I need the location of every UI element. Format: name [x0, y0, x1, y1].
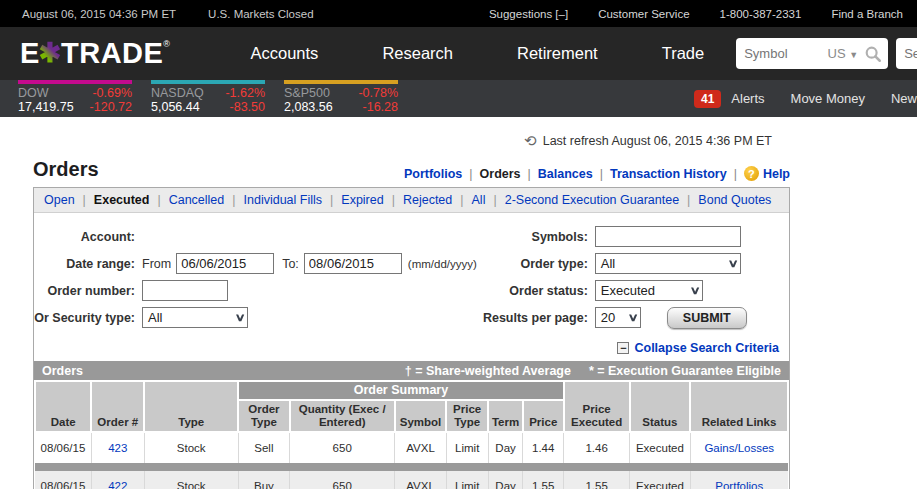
- index-pct: -1.62%: [225, 86, 265, 100]
- tab-individual-fills[interactable]: Individual Fills: [244, 193, 323, 207]
- find-branch-link[interactable]: Find a Branch: [831, 8, 903, 20]
- tab-open[interactable]: Open: [44, 193, 75, 207]
- index-change: -120.72: [90, 100, 132, 114]
- last-refresh-row: ⟲ Last refresh August 06, 2015 4:36 PM E…: [33, 133, 772, 148]
- order-type-select[interactable]: All ∨: [595, 253, 741, 274]
- help-link[interactable]: Help: [763, 167, 790, 181]
- separator: |: [83, 193, 86, 207]
- cell-price-executed: 1.46: [564, 432, 630, 463]
- move-money-link[interactable]: Move Money: [791, 91, 891, 106]
- date-to-input[interactable]: [304, 253, 402, 274]
- results-per-page-label: Results per page:: [479, 311, 595, 325]
- order-number-link[interactable]: 423: [108, 442, 127, 454]
- col-type: Type: [144, 381, 238, 432]
- related-link[interactable]: Gains/Losses: [704, 442, 774, 454]
- tab-rejected[interactable]: Rejected: [403, 193, 452, 207]
- nav-research[interactable]: Research: [350, 44, 485, 63]
- chevron-down-icon: ▼: [849, 50, 858, 60]
- related-link[interactable]: Portfolios: [715, 480, 763, 489]
- suggestions-link[interactable]: Suggestions [–]: [489, 8, 568, 20]
- new-link[interactable]: New: [891, 91, 917, 106]
- cell-status: Executed: [630, 471, 690, 489]
- help-icon[interactable]: ?: [744, 166, 759, 181]
- col-price: Price: [523, 400, 564, 432]
- chevron-down-icon: ∨: [234, 311, 245, 324]
- cell-order-type: Sell: [238, 432, 289, 463]
- cell-price: 1.55: [523, 471, 564, 489]
- last-refresh-text: Last refresh August 06, 2015 4:36 PM ET: [543, 134, 772, 148]
- region-dropdown[interactable]: US ▼: [828, 46, 859, 61]
- primary-nav: Accounts Research Retirement Trade: [219, 44, 737, 63]
- symbols-input[interactable]: [595, 226, 741, 247]
- col-status: Status: [630, 381, 690, 432]
- help-group: ? Help: [744, 166, 790, 181]
- logo-letter-e: E: [20, 39, 40, 68]
- transaction-history-link[interactable]: Transaction History: [610, 167, 727, 181]
- etrade-logo[interactable]: E✱TRADE®: [20, 39, 171, 69]
- orders-table: Date Order # Type Order Summary Price Ex…: [34, 380, 789, 489]
- col-date: Date: [35, 381, 91, 432]
- page-title: Orders: [33, 158, 99, 181]
- results-per-page-select[interactable]: 20 ∨: [595, 307, 641, 328]
- collapse-minus-icon[interactable]: −: [617, 342, 629, 354]
- cell-order-type: Buy: [238, 471, 289, 489]
- registered-mark: ®: [163, 40, 170, 49]
- tab-cancelled[interactable]: Cancelled: [169, 193, 225, 207]
- refresh-icon[interactable]: ⟲: [524, 133, 537, 148]
- orders-section-title: Orders: [42, 364, 83, 378]
- balances-link[interactable]: Balances: [538, 167, 593, 181]
- col-price-executed: Price Executed: [564, 381, 630, 432]
- order-number-link[interactable]: 422: [108, 480, 127, 489]
- phone-number[interactable]: 1-800-387-2331: [720, 8, 802, 20]
- order-number-input[interactable]: [142, 280, 228, 301]
- market-status-group: August 06, 2015 04:36 PM ET U.S. Markets…: [22, 8, 314, 20]
- logo-trade-text: TRADE: [61, 39, 163, 68]
- chevron-down-icon: ∨: [689, 284, 700, 297]
- date-format-hint: (mm/dd/yyyy): [408, 258, 477, 270]
- orders-link-current[interactable]: Orders: [480, 167, 521, 181]
- nav-retirement[interactable]: Retirement: [485, 44, 630, 63]
- tab-expired[interactable]: Expired: [341, 193, 383, 207]
- cell-symbol: AVXL: [395, 471, 446, 489]
- submit-button[interactable]: SUBMIT: [667, 307, 747, 329]
- separator: |: [157, 193, 160, 207]
- market-status: U.S. Markets Closed: [208, 8, 313, 20]
- tab-all[interactable]: All: [472, 193, 486, 207]
- security-type-select[interactable]: All ∨: [142, 307, 248, 328]
- tab-bond-quotes[interactable]: Bond Quotes: [698, 193, 771, 207]
- to-label: To:: [282, 257, 299, 271]
- order-status-select[interactable]: Executed ∨: [595, 280, 703, 301]
- index-change: -83.50: [230, 100, 265, 114]
- symbol-input[interactable]: [744, 46, 816, 61]
- security-type-value: All: [148, 310, 162, 325]
- nav-trade[interactable]: Trade: [630, 44, 737, 63]
- col-term: Term: [488, 400, 523, 432]
- table-group-header-row: Date Order # Type Order Summary Price Ex…: [35, 381, 788, 400]
- nav-accounts[interactable]: Accounts: [219, 44, 351, 63]
- cell-status: Executed: [630, 432, 690, 463]
- date-from-input[interactable]: [176, 253, 274, 274]
- tab-2second-guarantee[interactable]: 2-Second Execution Guarantee: [505, 193, 679, 207]
- collapse-search-criteria-link[interactable]: Collapse Search Criteria: [634, 341, 779, 355]
- cell-price-executed: 1.55: [564, 471, 630, 489]
- site-search-box: [896, 38, 917, 69]
- current-datetime: August 06, 2015 04:36 PM ET: [22, 8, 176, 20]
- etrade-orders-page: August 06, 2015 04:36 PM ET U.S. Markets…: [0, 0, 917, 489]
- orders-section-bar: Orders † = Share-weighted Average * = Ex…: [34, 361, 789, 380]
- search-icon[interactable]: [864, 45, 882, 63]
- col-order-number: Order #: [91, 381, 144, 432]
- portfolios-link[interactable]: Portfolios: [404, 167, 462, 181]
- alerts-count-badge[interactable]: 41: [694, 90, 721, 108]
- account-nav-links: Portfolios | Orders | Balances | Transac…: [404, 166, 790, 181]
- alerts-link[interactable]: Alerts: [731, 91, 790, 106]
- site-search-input[interactable]: [904, 46, 917, 61]
- index-pct: -0.69%: [92, 86, 132, 100]
- customer-service-link[interactable]: Customer Service: [598, 8, 689, 20]
- col-price-type: Price Type: [446, 400, 488, 432]
- legend: † = Share-weighted Average * = Execution…: [405, 364, 781, 378]
- row-separator: [35, 463, 788, 471]
- nav-search-group: US ▼: [736, 38, 917, 69]
- page-header: Orders Portfolios | Orders | Balances | …: [33, 158, 790, 181]
- tab-executed-active[interactable]: Executed: [94, 193, 150, 207]
- legend-share-weighted: † = Share-weighted Average: [405, 364, 571, 378]
